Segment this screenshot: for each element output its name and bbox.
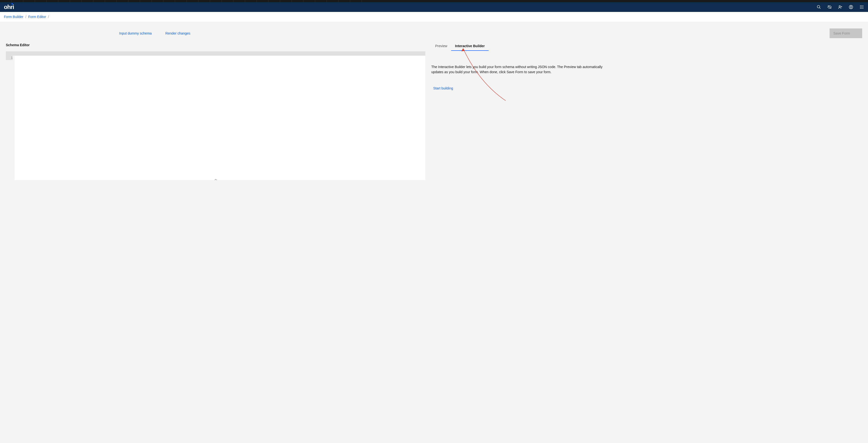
search-icon[interactable] — [816, 5, 821, 9]
svg-point-13 — [863, 7, 863, 7]
breadcrumb-form-editor[interactable]: Form Editor — [28, 15, 46, 19]
render-changes-button[interactable]: Render changes — [161, 29, 194, 37]
actions-toolbar: Input dummy schema Render changes Save F… — [6, 22, 862, 41]
input-dummy-schema-button[interactable]: Input dummy schema — [115, 29, 156, 37]
builder-description: The Interactive Builder lets you build y… — [431, 64, 606, 75]
chevron-up-icon[interactable] — [214, 179, 217, 180]
app-header: ohri — [0, 2, 868, 12]
svg-point-9 — [862, 5, 862, 6]
header-icon-group — [816, 5, 864, 9]
line-number: 1 — [6, 56, 13, 60]
breadcrumb: Form Builder / Form Editor / — [0, 12, 868, 22]
svg-point-8 — [860, 5, 861, 6]
os-menubar — [0, 0, 868, 2]
svg-point-10 — [863, 5, 863, 6]
breadcrumb-form-builder[interactable]: Form Builder — [4, 15, 23, 19]
add-user-icon[interactable] — [838, 5, 843, 9]
code-editor[interactable]: 1 — [6, 51, 425, 180]
svg-point-12 — [862, 7, 862, 7]
start-building-button[interactable]: Start building — [431, 84, 453, 92]
apps-grid-icon[interactable] — [859, 5, 864, 9]
svg-point-0 — [817, 5, 820, 8]
svg-point-3 — [839, 6, 840, 7]
svg-point-11 — [860, 7, 861, 7]
save-form-button[interactable]: Save Form — [830, 28, 862, 38]
svg-line-1 — [819, 7, 820, 9]
editor-textarea[interactable] — [14, 56, 425, 180]
schema-editor-title: Schema Editor — [6, 43, 425, 47]
breadcrumb-separator: / — [25, 15, 26, 19]
breadcrumb-separator: / — [48, 15, 49, 19]
editor-gutter: 1 — [6, 56, 14, 180]
tab-preview[interactable]: Preview — [431, 41, 451, 51]
right-panel-tabs: Preview Interactive Builder — [431, 41, 862, 51]
brand-name: ohri — [4, 4, 14, 10]
tab-interactive-builder[interactable]: Interactive Builder — [451, 41, 489, 51]
brand-logo: ohri — [4, 4, 14, 10]
svg-point-7 — [850, 6, 852, 7]
svg-point-15 — [862, 8, 862, 9]
svg-point-14 — [860, 8, 861, 9]
visibility-off-icon[interactable] — [827, 5, 832, 9]
svg-point-16 — [863, 8, 863, 9]
user-account-icon[interactable] — [848, 5, 854, 9]
